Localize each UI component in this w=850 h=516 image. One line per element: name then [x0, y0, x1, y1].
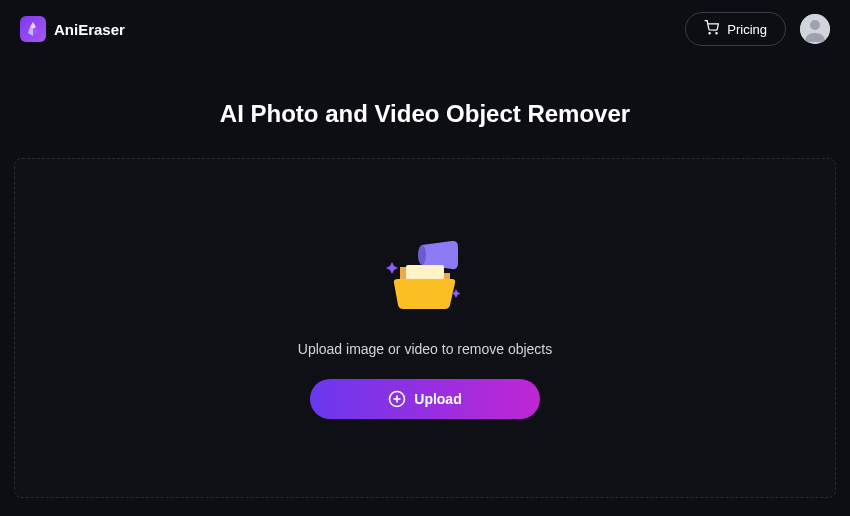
upload-button[interactable]: Upload	[310, 379, 540, 419]
pricing-button[interactable]: Pricing	[685, 12, 786, 46]
pricing-label: Pricing	[727, 22, 767, 37]
svg-point-4	[418, 245, 426, 265]
svg-point-1	[716, 33, 717, 34]
upload-hint: Upload image or video to remove objects	[298, 341, 552, 357]
upload-dropzone[interactable]: Upload image or video to remove objects …	[14, 158, 836, 498]
page-title: AI Photo and Video Object Remover	[0, 100, 850, 128]
avatar[interactable]	[800, 14, 830, 44]
header: AniEraser Pricing	[0, 0, 850, 58]
folder-icon	[380, 237, 470, 317]
brand-name: AniEraser	[54, 21, 125, 38]
cart-icon	[704, 20, 719, 38]
plus-circle-icon	[388, 390, 406, 408]
svg-point-3	[810, 20, 820, 30]
upload-button-label: Upload	[414, 391, 461, 407]
brand-logo-icon	[20, 16, 46, 42]
header-actions: Pricing	[685, 12, 830, 46]
user-icon	[800, 14, 830, 44]
brand[interactable]: AniEraser	[20, 16, 125, 42]
svg-point-0	[709, 33, 710, 34]
